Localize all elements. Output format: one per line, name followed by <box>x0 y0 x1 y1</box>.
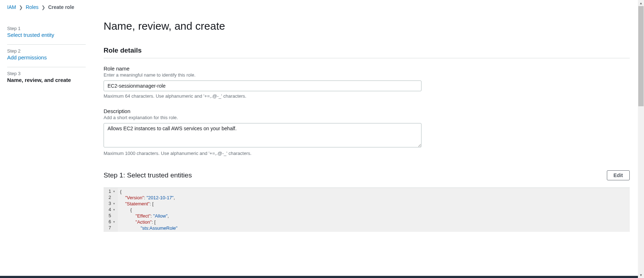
step-number: Step 2 <box>7 48 86 54</box>
role-name-help: Maximum 64 characters. Use alphanumeric … <box>104 93 421 99</box>
step-3: Step 3 Name, review, and create <box>7 67 86 89</box>
step-title-current: Name, review, and create <box>7 77 86 83</box>
description-textarea[interactable] <box>104 123 421 147</box>
step-number: Step 3 <box>7 71 86 76</box>
step-number: Step 1 <box>7 26 86 31</box>
main-content: Name, review, and create Role details Ro… <box>104 14 637 278</box>
role-name-label: Role name <box>104 65 421 72</box>
breadcrumb-roles[interactable]: Roles <box>26 4 39 10</box>
step-title[interactable]: Add permissions <box>7 54 86 60</box>
breadcrumb-iam[interactable]: IAM <box>7 4 16 10</box>
code-body[interactable]: { "Version": "2012-10-17", "Statement": … <box>118 188 180 232</box>
trust-policy-editor: 1▾23▾4▾56▾7 { "Version": "2012-10-17", "… <box>104 187 630 232</box>
role-name-group: Role name Enter a meaningful name to ide… <box>104 65 421 99</box>
edit-button[interactable]: Edit <box>607 170 630 180</box>
trusted-entities-header: Step 1: Select trusted entities Edit <box>104 170 630 180</box>
page-title: Name, review, and create <box>104 20 630 32</box>
step-title[interactable]: Select trusted entity <box>7 32 86 38</box>
role-name-hint: Enter a meaningful name to identify this… <box>104 72 421 78</box>
scroll-down-arrow-icon[interactable]: ▼ <box>638 272 644 278</box>
trusted-entities-title: Step 1: Select trusted entities <box>104 171 192 179</box>
scroll-thumb[interactable] <box>638 6 644 106</box>
code-gutter: 1▾23▾4▾56▾7 <box>104 188 118 232</box>
role-name-input[interactable] <box>104 81 421 91</box>
step-2[interactable]: Step 2 Add permissions <box>7 45 86 67</box>
chevron-right-icon: ❯ <box>41 5 45 10</box>
breadcrumb: IAM ❯ Roles ❯ Create role <box>0 0 644 14</box>
description-hint: Add a short explanation for this role. <box>104 115 421 120</box>
wizard-steps-sidebar: Step 1 Select trusted entity Step 2 Add … <box>7 14 104 278</box>
scroll-up-arrow-icon[interactable]: ▲ <box>638 0 644 6</box>
description-group: Description Add a short explanation for … <box>104 108 421 156</box>
description-help: Maximum 1000 characters. Use alphanumeri… <box>104 151 421 156</box>
description-label: Description <box>104 108 421 114</box>
breadcrumb-current: Create role <box>48 4 74 10</box>
role-details-heading: Role details <box>104 47 630 58</box>
step-1[interactable]: Step 1 Select trusted entity <box>7 22 86 45</box>
bottom-bar <box>0 276 638 278</box>
chevron-right-icon: ❯ <box>19 5 23 10</box>
vertical-scrollbar[interactable]: ▲ ▼ <box>638 0 644 278</box>
